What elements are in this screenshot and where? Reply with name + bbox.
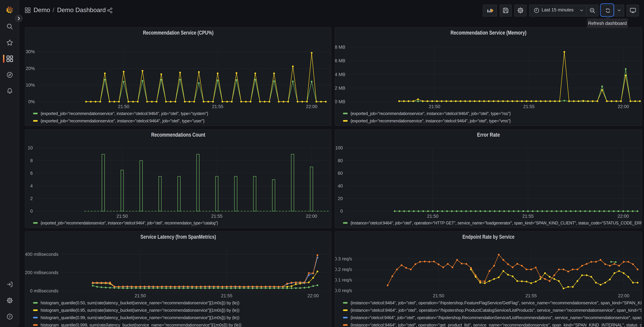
svg-text:0 milliseconds: 0 milliseconds: [30, 288, 58, 293]
svg-text:0.0 req/s: 0.0 req/s: [334, 288, 352, 293]
svg-text:0.2 req/s: 0.2 req/s: [334, 267, 352, 272]
svg-text:10%: 10%: [26, 82, 35, 88]
svg-text:21:50: 21:50: [118, 104, 129, 109]
svg-text:21:55: 21:55: [525, 293, 537, 298]
svg-text:{exported_job="recommendations: {exported_job="recommendationservice", i…: [40, 220, 218, 225]
svg-text:0.1 req/s: 0.1 req/s: [334, 277, 352, 282]
svg-text:4 MB: 4 MB: [334, 72, 345, 77]
svg-text:2: 2: [30, 196, 32, 201]
svg-text:22:00: 22:00: [618, 104, 629, 109]
svg-text:2 MB: 2 MB: [334, 86, 345, 90]
svg-text:60: 60: [338, 170, 343, 176]
svg-text:Recommendations Count: Recommendations Count: [151, 132, 205, 138]
svg-text:{exported_job="recommendations: {exported_job="recommendationservice", i…: [40, 111, 208, 116]
svg-text:400 milliseconds: 400 milliseconds: [25, 252, 58, 257]
svg-text:22:00: 22:00: [617, 214, 629, 218]
svg-text:{exported_job="recommendations: {exported_job="recommendationservice", i…: [350, 118, 511, 123]
svg-text:{instance="otelcol:9464", job=: {instance="otelcol:9464", job="otel", op…: [350, 220, 642, 225]
svg-text:{exported_job="recommendations: {exported_job="recommendationservice", i…: [350, 111, 511, 116]
svg-text:22:00: 22:00: [307, 293, 319, 298]
svg-text:histogram_quantile(0.95, sum(r: histogram_quantile(0.95, sum(rate(latenc…: [40, 308, 239, 312]
svg-text:0: 0: [340, 208, 343, 214]
svg-text:{exported_job="recommendations: {exported_job="recommendationservice", i…: [40, 118, 204, 123]
svg-text:4: 4: [30, 183, 32, 188]
svg-text:80: 80: [338, 158, 343, 163]
svg-text:0%: 0%: [28, 99, 35, 104]
svg-text:200 milliseconds: 200 milliseconds: [25, 270, 58, 275]
svg-text:21:55: 21:55: [522, 214, 534, 218]
svg-text:?: ?: [8, 315, 11, 318]
svg-text:0 MB: 0 MB: [334, 99, 345, 104]
svg-text:22:00: 22:00: [306, 214, 317, 218]
svg-text:20: 20: [338, 196, 343, 201]
svg-text:{instance="otelcol:9464", job=: {instance="otelcol:9464", job="otel", op…: [350, 315, 642, 320]
svg-text:21:50: 21:50: [116, 214, 128, 218]
svg-text:histogram_quantile(0.50, sum(r: histogram_quantile(0.50, sum(rate(latenc…: [40, 300, 239, 305]
svg-text:21:50: 21:50: [433, 293, 444, 298]
svg-text:histogram_quantile(0.999, sum(: histogram_quantile(0.999, sum(rate(laten…: [40, 322, 241, 327]
svg-text:Recommendation Service (CPU%): Recommendation Service (CPU%): [143, 30, 214, 36]
svg-text:22:00: 22:00: [618, 293, 629, 298]
svg-text:21:55: 21:55: [523, 104, 534, 109]
svg-text:{instance="otelcol:9464", job=: {instance="otelcol:9464", job="otel", op…: [350, 308, 642, 312]
svg-text:Error Rate: Error Rate: [477, 132, 500, 138]
svg-text:21:50: 21:50: [427, 214, 438, 218]
svg-text:21:50: 21:50: [429, 104, 440, 109]
svg-text:21:50: 21:50: [134, 293, 146, 298]
svg-text:20%: 20%: [26, 66, 35, 71]
svg-text:0: 0: [30, 208, 32, 214]
svg-text:30%: 30%: [26, 49, 35, 54]
svg-text:6: 6: [30, 170, 32, 176]
svg-text:21:55: 21:55: [211, 214, 222, 218]
svg-text:Service Latency (from SpanMetr: Service Latency (from SpanMetrics): [140, 234, 216, 240]
svg-text:0.3 req/s: 0.3 req/s: [334, 256, 352, 261]
svg-text:Endpoint Rate by Service: Endpoint Rate by Service: [462, 234, 514, 240]
svg-text:histogram_quantile(0.99, sum(r: histogram_quantile(0.99, sum(rate(latenc…: [40, 315, 239, 320]
svg-text:{instance="otelcol:9464", job=: {instance="otelcol:9464", job="otel", op…: [350, 300, 642, 305]
svg-text:21:55: 21:55: [221, 293, 232, 298]
svg-text:10: 10: [28, 145, 32, 150]
svg-text:8 MB: 8 MB: [334, 44, 345, 50]
svg-text:6 MB: 6 MB: [334, 58, 345, 63]
svg-text:22:00: 22:00: [306, 104, 317, 109]
svg-text:{instance="otelcol:9464", job=: {instance="otelcol:9464", job="otel", op…: [350, 322, 642, 327]
svg-text:8: 8: [30, 158, 32, 163]
svg-text:21:55: 21:55: [212, 104, 223, 109]
svg-text:Recommendation Service (Memory: Recommendation Service (Memory): [450, 30, 526, 36]
svg-text:100: 100: [335, 145, 343, 150]
svg-text:40: 40: [338, 183, 343, 188]
